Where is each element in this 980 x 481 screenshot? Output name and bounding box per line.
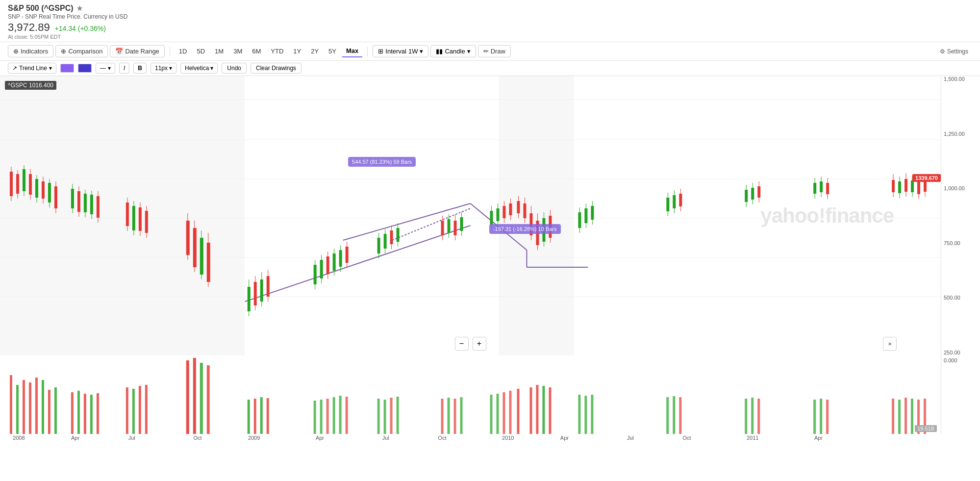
interval-1y[interactable]: 1Y xyxy=(289,46,305,57)
svg-rect-167 xyxy=(248,400,250,434)
svg-rect-166 xyxy=(207,365,210,434)
indicators-icon: ⊕ xyxy=(13,48,19,55)
svg-rect-156 xyxy=(84,394,86,434)
svg-rect-196 xyxy=(591,395,593,434)
candle-selector[interactable]: ▮▮ Candle ▾ xyxy=(430,45,476,57)
svg-rect-197 xyxy=(666,397,669,434)
svg-rect-157 xyxy=(90,395,93,434)
volume-row: 19.51B 0.000 xyxy=(0,355,980,434)
x-label-oct1: Oct xyxy=(193,435,201,441)
interval-value: 1W xyxy=(408,48,418,55)
svg-rect-183 xyxy=(454,399,456,434)
stock-price: 3,972.89 xyxy=(8,21,50,34)
interval-ytd[interactable]: YTD xyxy=(267,46,287,57)
interval-label: Interval xyxy=(385,48,406,55)
chart-area[interactable]: yahoo!finance ^GSPC 1016.400 xyxy=(0,76,941,355)
ticker-label: S&P 500 (^GSPC) xyxy=(8,4,74,13)
color-swatch-1[interactable] xyxy=(60,64,74,73)
price-axis: 1,500.00 1,250.00 1,000.00 750.00 500.00… xyxy=(941,76,980,355)
candle-label: Candle xyxy=(445,48,465,55)
svg-rect-162 xyxy=(145,385,148,434)
svg-rect-195 xyxy=(584,396,587,434)
x-axis: 2008 Apr Jul Oct 2009 Apr Jul Oct 2010 A… xyxy=(0,434,941,446)
separator xyxy=(170,47,170,56)
font-size-chevron: ▾ xyxy=(169,65,172,72)
svg-rect-190 xyxy=(529,387,532,434)
svg-rect-200 xyxy=(745,399,747,434)
clear-drawings-button[interactable]: Clear Drawings xyxy=(251,63,302,74)
calendar-icon: 📅 xyxy=(115,48,123,55)
line-style-icon: — xyxy=(100,65,106,72)
current-price-badge: 1339.670 xyxy=(912,174,941,182)
svg-rect-154 xyxy=(71,392,74,434)
comparison-button[interactable]: ⊕ Comparison xyxy=(55,45,108,57)
interval-selector[interactable]: ⊞ Interval 1W ▾ xyxy=(373,45,428,57)
svg-rect-204 xyxy=(820,399,822,434)
stock-title: S&P 500 (^GSPC) ★ xyxy=(8,4,972,13)
svg-rect-149 xyxy=(29,382,31,434)
draw-button[interactable]: ✏ Draw xyxy=(478,45,511,57)
price-label-250: 250.00 xyxy=(944,350,980,355)
comparison-icon: ⊕ xyxy=(61,48,66,55)
bold-button[interactable]: B xyxy=(133,63,147,74)
interval-5y[interactable]: 5Y xyxy=(325,46,340,57)
settings-label: Settings xyxy=(947,48,968,55)
x-axis-row: 2008 Apr Jul Oct 2009 Apr Jul Oct 2010 A… xyxy=(0,434,980,446)
italic-label: I xyxy=(124,65,125,72)
trend-line-button[interactable]: ↗ Trend Line ▾ xyxy=(8,63,56,74)
svg-rect-173 xyxy=(327,399,329,434)
x-axis-spacer xyxy=(941,434,980,446)
font-family-value: Helvetica xyxy=(185,65,209,72)
header: S&P 500 (^GSPC) ★ SNP - SNP Real Time Pr… xyxy=(0,0,980,42)
undo-button[interactable]: Undo xyxy=(222,63,247,74)
svg-rect-165 xyxy=(200,363,203,434)
stock-time: At close: 5:05PM EDT xyxy=(8,34,972,40)
x-label-apr2: Apr xyxy=(316,435,324,441)
color-swatch-2[interactable] xyxy=(78,64,92,73)
svg-line-6 xyxy=(245,226,471,302)
svg-rect-164 xyxy=(193,358,196,434)
zoom-out-button[interactable]: − xyxy=(455,337,469,351)
interval-3m[interactable]: 3M xyxy=(229,46,246,57)
settings-button[interactable]: ⚙ Settings xyxy=(936,46,972,57)
expand-button[interactable]: » xyxy=(883,337,897,351)
interval-5d[interactable]: 5D xyxy=(193,46,209,57)
star-icon[interactable]: ★ xyxy=(76,4,83,12)
svg-rect-181 xyxy=(441,399,444,434)
stock-change: +14.34 (+0.36%) xyxy=(55,25,106,32)
candle-icon: ▮▮ xyxy=(436,48,443,55)
price-label-1250: 1,250.00 xyxy=(944,131,980,137)
font-family-button[interactable]: Helvetica ▾ xyxy=(180,63,218,74)
svg-rect-206 xyxy=(892,399,894,434)
svg-rect-155 xyxy=(77,391,80,434)
svg-rect-179 xyxy=(390,398,393,434)
interval-1m[interactable]: 1M xyxy=(211,46,227,57)
main-toolbar: ⊕ Indicators ⊕ Comparison 📅 Date Range 1… xyxy=(0,42,980,61)
x-label-2008: 2008 xyxy=(13,435,25,441)
x-label-oct2: Oct xyxy=(438,435,446,441)
interval-6m[interactable]: 6M xyxy=(248,46,265,57)
interval-max[interactable]: Max xyxy=(342,45,362,57)
x-label-2010: 2010 xyxy=(502,435,514,441)
volume-chart-container[interactable]: 19.51B xyxy=(0,355,941,434)
interval-2y[interactable]: 2Y xyxy=(307,46,323,57)
svg-rect-194 xyxy=(578,395,580,434)
x-label-jul2: Jul xyxy=(382,435,389,441)
svg-rect-163 xyxy=(186,360,189,434)
x-label-apr4: Apr xyxy=(814,435,823,441)
svg-rect-203 xyxy=(813,400,816,434)
zoom-in-button[interactable]: + xyxy=(473,337,486,351)
svg-rect-150 xyxy=(35,378,38,434)
trend-line-icon: ↗ xyxy=(12,65,17,72)
x-label-apr1: Apr xyxy=(71,435,79,441)
line-style-button[interactable]: — ▾ xyxy=(96,63,115,74)
svg-rect-170 xyxy=(267,398,269,434)
font-size-button[interactable]: 11px ▾ xyxy=(151,63,176,74)
interval-1d[interactable]: 1D xyxy=(175,46,191,57)
indicators-button[interactable]: ⊕ Indicators xyxy=(8,45,53,57)
font-family-chevron: ▾ xyxy=(210,65,213,72)
svg-rect-186 xyxy=(496,394,499,434)
svg-line-145 xyxy=(392,208,471,240)
date-range-button[interactable]: 📅 Date Range xyxy=(110,45,164,57)
italic-button[interactable]: I xyxy=(119,63,129,74)
